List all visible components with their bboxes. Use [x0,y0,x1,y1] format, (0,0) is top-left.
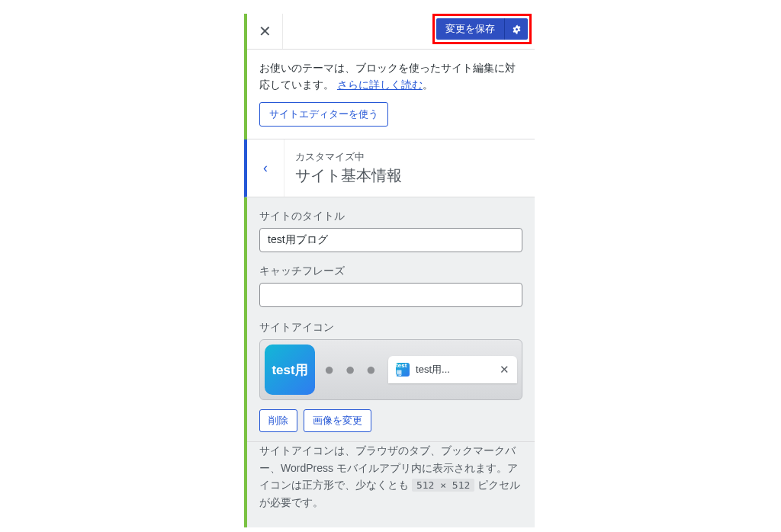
close-button[interactable]: ✕ [247,14,283,49]
section-header: ‹ カスタマイズ中 サイト基本情報 [244,139,535,197]
site-icon-tile: test用 [265,345,315,395]
icon-button-row: 削除 画像を変更 [259,409,522,432]
site-title-label: サイトのタイトル [259,210,522,223]
change-image-button[interactable]: 画像を変更 [304,409,371,432]
block-theme-notice: お使いのテーマは、ブロックを使ったサイト編集に対応しています。 さらに詳しく読む… [247,50,535,139]
tab-label: test用... [416,363,493,377]
topbar: ✕ 変更を保存 [247,14,535,50]
site-icon-tile-text: test用 [272,361,307,379]
customizer-panel: ✕ 変更を保存 お使いのテーマは、ブロックを使ったサイト編集に対応しています。 … [244,14,535,527]
close-icon: ✕ [259,22,272,40]
site-icon-help: サイトアイコンは、ブラウザのタブ、ブックマークバー、WordPress モバイル… [247,442,535,527]
chevron-left-icon: ‹ [263,160,268,176]
site-editor-button[interactable]: サイトエディターを使う [259,102,388,127]
topbar-spacer [283,14,432,49]
site-icon-preview: test用 ● ● ● test用 test用... ✕ [259,339,522,400]
preview-dots: ● ● ● [324,361,379,378]
notice-text-b: 。 [423,79,433,91]
tab-close-icon: ✕ [500,363,509,377]
section-title: サイト基本情報 [295,165,402,186]
save-button[interactable]: 変更を保存 [436,18,505,40]
favicon-icon: test用 [396,363,410,377]
section-titles: カスタマイズ中 サイト基本情報 [284,139,411,197]
form-body: サイトのタイトル キャッチフレーズ サイトアイコン test用 ● ● ● te… [247,197,535,442]
browser-tab-preview: test用 test用... ✕ [388,356,517,383]
back-button[interactable]: ‹ [247,139,284,197]
favicon-text: test用 [396,362,410,377]
gear-icon [511,24,522,35]
tagline-label: キャッチフレーズ [259,264,522,278]
tagline-input[interactable] [259,283,522,307]
save-highlight: 変更を保存 [432,14,532,44]
site-title-input[interactable] [259,228,522,252]
remove-icon-button[interactable]: 削除 [259,409,297,432]
save-button-label: 変更を保存 [445,22,495,36]
site-icon-label: サイトアイコン [259,321,522,335]
help-size: 512 × 512 [412,479,474,492]
settings-button[interactable] [505,18,528,40]
notice-learn-more-link[interactable]: さらに詳しく読む [337,79,423,91]
section-supertitle: カスタマイズ中 [295,150,402,164]
